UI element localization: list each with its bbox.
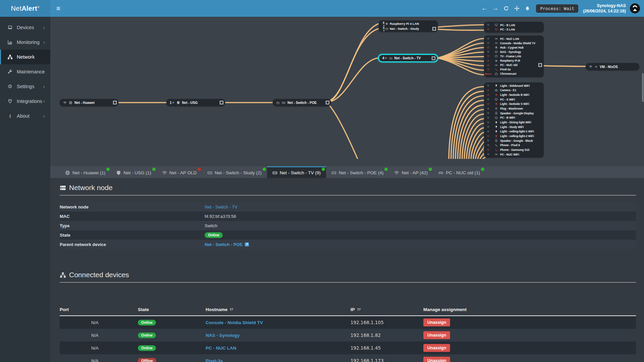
refresh-icon[interactable]	[503, 6, 509, 11]
topology-node-raspberry-pi-4-lan[interactable]: 5Raspberry Pi 4 LAN	[379, 21, 438, 26]
tab-net-usg-1[interactable]: Net - USG (1)	[111, 166, 157, 178]
topology-node-net-usg[interactable]: 1Net - USG	[166, 99, 225, 106]
topology-node-net-switch-poe[interactable]: Net - Switch - POE	[273, 99, 331, 106]
topology-device-light-study-wifi[interactable]: Light - Study WiFi	[484, 125, 544, 129]
node-connector-handle[interactable]	[432, 56, 435, 60]
node-connector-handle[interactable]	[432, 27, 436, 31]
tab-net-switch-tv-9[interactable]: Net - Switch - TV (9)	[267, 166, 326, 178]
topology-node-net-huawei[interactable]: Net - Huawei	[60, 99, 118, 106]
topology-node-net-switch-tv-selected[interactable]: 4Net - Switch - TV	[378, 54, 438, 62]
notifications-bell-icon[interactable]	[525, 6, 530, 11]
nav-forward-icon[interactable]: →	[492, 5, 498, 12]
topology-device-group-g1[interactable]: PC - B LANPC - S LAN	[484, 22, 544, 33]
hostname-link[interactable]: Console - Nvidia Shield TV	[206, 320, 263, 325]
tab-net-ap-42[interactable]: Net - AP (42)	[389, 166, 433, 178]
device-label: PC - NUC LAN	[500, 37, 519, 41]
node-connector-handle[interactable]	[220, 101, 223, 105]
topology-device-speaker-google-display[interactable]: Speaker - Google Display	[484, 111, 544, 116]
nav-back-icon[interactable]: ←	[481, 5, 487, 12]
topology-device-tv-frame-lan[interactable]: TV - Frame LAN	[484, 54, 544, 58]
topology-device-camera-e1[interactable]: Camera - E1	[484, 88, 544, 93]
topology-device-plug-washroom[interactable]: Plug - Washroom	[484, 106, 544, 111]
sidebar-toggle-icon[interactable]: ≡	[50, 0, 66, 17]
topology-device-nas-synology[interactable]: NAS - Synology	[484, 50, 544, 54]
tab-net-ap-old[interactable]: Net - AP OLD	[157, 166, 202, 178]
app-logo[interactable]: NetAlertx	[0, 0, 50, 17]
topology-device-pc-s-lan[interactable]: PC - S LAN	[484, 27, 544, 32]
minipc-icon	[495, 153, 498, 156]
hostname-link[interactable]: PC - NUC LAN	[206, 346, 236, 351]
sidebar-item-about[interactable]: iAbout‹	[0, 109, 50, 123]
connected-count: 4	[382, 56, 387, 60]
topology-device-light-sideboard-wifi[interactable]: Light - Sideboard WiFi	[484, 83, 544, 88]
unassign-button[interactable]: Unassign	[423, 357, 450, 362]
topology-device-pc-b-wifi[interactable]: PC - B WiFi	[484, 116, 544, 120]
topology-node-net-switch-study[interactable]: 3Net - Switch - Study	[379, 26, 438, 31]
topology-device-pc-nuc-lan[interactable]: PC - NUC LAN	[484, 37, 544, 41]
tab-net-switch-study-2[interactable]: Net - Switch - Study (2)	[202, 166, 267, 178]
sidebar-item-network[interactable]: Network	[0, 50, 50, 64]
sidebar-item-integrations[interactable]: Integrations‹	[0, 94, 50, 109]
topology-device-phone-samsung-s10[interactable]: Phone - Samsung S10	[484, 147, 544, 152]
sidebar-item-maintenance[interactable]: Maintenance‹	[0, 64, 50, 79]
topology-device-raspberry-pi-b[interactable]: Raspberry Pi B	[484, 58, 544, 63]
wifi-state-icon	[487, 68, 490, 71]
topology-device-light-ceiling-light-1-wifi[interactable]: Light - ceiling-light-1 WiFi	[484, 129, 544, 134]
tab-label: Net - USG (1)	[123, 170, 151, 175]
node-connector-handle[interactable]	[326, 101, 329, 105]
topology-device-light-dining-light-wifi[interactable]: Light - Dining light WiFi	[484, 120, 544, 125]
sort-icon[interactable]	[357, 307, 361, 312]
hostname-link[interactable]: Pixel-3a	[206, 358, 223, 362]
wifi-icon	[63, 101, 67, 105]
device-label: NAS - Synology	[500, 50, 521, 54]
sidebar-item-label: Monitoring	[17, 40, 40, 45]
topology-device-phone-pixel-6[interactable]: Phone - Pixel 6	[484, 143, 544, 148]
topology-device-pc-nuc-wifi[interactable]: PC - NUC WiFi	[484, 152, 544, 157]
unassign-button[interactable]: Unassign	[423, 344, 450, 352]
device-label: Hub - Cygnet Hub	[500, 46, 524, 49]
topology-device-light-bedside-b-wifi[interactable]: Light - bedside B WiFi	[484, 93, 544, 97]
detail-label: Parent network device	[60, 242, 205, 247]
topology-device-light-ceiling-light-2-wifi[interactable]: Light - ceiling-light-2 WiFi	[484, 134, 544, 138]
sort-icon[interactable]	[229, 307, 234, 312]
sidebar-item-monitoring[interactable]: Monitoring‹	[0, 35, 50, 50]
chevron-left-icon: ‹	[43, 25, 45, 30]
column-header-ip[interactable]: IP	[351, 307, 423, 312]
wifi-state-icon	[487, 139, 490, 142]
topology-node-group-study[interactable]: 5Raspberry Pi 4 LAN3Net - Switch - Study	[379, 20, 438, 32]
unassign-button[interactable]: Unassign	[423, 318, 450, 327]
topology-device-speaker-google-black[interactable]: Speaker - Google - Black	[484, 138, 544, 143]
tab-net-switch-poe-4[interactable]: Net - Switch - POE (4)	[326, 166, 389, 178]
topology-device-light-bedside-s-wifi[interactable]: Light - bedside S WiFi	[484, 102, 544, 107]
node-connector-handle[interactable]	[113, 101, 117, 105]
topology-device-pc-b-lan[interactable]: PC - B LAN	[484, 23, 544, 27]
topology-device-chromecast[interactable]: NoneChromecast	[484, 72, 544, 76]
sidebar-item-settings[interactable]: ⚙Settings‹	[0, 79, 50, 94]
hostname-link[interactable]: NAS - Synology	[206, 333, 239, 338]
column-header-hostname[interactable]: Hostname	[206, 307, 351, 312]
topology-device-hub-cygnet-hub[interactable]: Hub - Cygnet Hub	[484, 45, 544, 50]
tab-pc-nuc-old-1[interactable]: PC - NUC old (1)	[433, 166, 485, 178]
topology-node-vm-nixos[interactable]: VM - NixOS	[586, 63, 639, 70]
connected-count: 3	[383, 26, 385, 32]
parent-node-link[interactable]: Net - Switch - POE	[205, 242, 243, 247]
external-link-icon[interactable]	[245, 242, 249, 247]
pan-move-icon[interactable]	[514, 6, 520, 11]
topology-device-group-g2[interactable]: PC - NUC LANConsole - Nvidia Shield TVHu…	[484, 36, 544, 77]
topology-device-pixel-3a[interactable]: Pixel-3a	[484, 67, 544, 72]
topology-device-pc-nuc-old[interactable]: PC - NUC old	[484, 63, 544, 67]
sidebar-item-devices[interactable]: Devices‹	[0, 20, 50, 35]
topology-canvas[interactable]: Net - Huawei1Net - USGNet - Switch - POE…	[0, 17, 644, 159]
topology-device-console-nvidia-shield-tv[interactable]: Console - Nvidia Shield TV	[484, 41, 544, 45]
topology-device-group-g3[interactable]: Light - Sideboard WiFiCamera - E1Light -…	[484, 82, 544, 158]
topology-device-pc-s-wifi[interactable]: PC - S WiFi	[484, 97, 544, 102]
tab-net-huawei-1[interactable]: Net - Huawei (1)	[60, 166, 111, 178]
scrollbar-thumb[interactable]	[642, 73, 644, 102]
server-icon	[60, 185, 66, 191]
node-label: Net - Switch - POE	[287, 101, 317, 105]
user-avatar[interactable]	[630, 3, 640, 13]
node-connector-handle[interactable]	[538, 63, 542, 67]
unassign-button[interactable]: Unassign	[423, 331, 450, 340]
none-state-label: None	[485, 72, 491, 75]
node-link[interactable]: Net - Switch - TV	[205, 204, 237, 209]
